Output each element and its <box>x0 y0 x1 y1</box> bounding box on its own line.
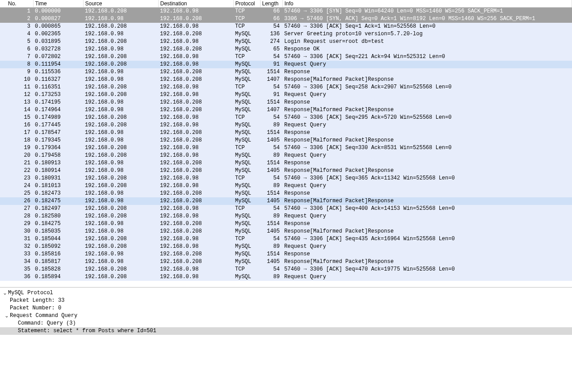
cell-destination: 192.168.0.98 <box>158 182 233 190</box>
chevron-down-icon[interactable]: ⌄ <box>4 313 10 319</box>
cell-no: 35 <box>8 266 33 273</box>
packet-row[interactable]: 240.181013192.168.0.208192.168.0.98MySQL… <box>0 182 572 190</box>
cell-info: 57460 → 3306 [ACK] Seq=470 Ack=19775 Win… <box>282 266 572 273</box>
packet-row[interactable]: 130.174195192.168.0.98192.168.0.208MySQL… <box>0 99 572 106</box>
packet-row[interactable]: 280.182580192.168.0.208192.168.0.98MySQL… <box>0 213 572 220</box>
row-margin <box>0 99 8 106</box>
packet-row[interactable]: 270.182497192.168.0.208192.168.0.98TCP54… <box>0 205 572 213</box>
packet-row[interactable]: 310.185044192.168.0.208192.168.0.98TCP54… <box>0 235 572 243</box>
packet-row[interactable]: 200.179458192.168.0.208192.168.0.98MySQL… <box>0 152 572 159</box>
cell-protocol: MySQL <box>233 61 260 68</box>
cell-destination: 192.168.0.98 <box>158 175 233 182</box>
tree-mysql-protocol[interactable]: ⌄ MySQL Protocol <box>0 289 572 297</box>
row-margin <box>0 129 8 137</box>
cell-info: Response <box>282 68 572 76</box>
packet-row[interactable]: 120.173253192.168.0.208192.168.0.98MySQL… <box>0 91 572 99</box>
column-destination[interactable]: Destination <box>158 0 233 8</box>
row-margin <box>0 182 8 190</box>
cell-source: 192.168.0.208 <box>83 114 158 121</box>
packet-row[interactable]: 330.185816192.168.0.98192.168.0.208MySQL… <box>0 250 572 258</box>
cell-info: Request Query <box>282 273 572 281</box>
packet-row[interactable]: 110.116351192.168.0.208192.168.0.98TCP54… <box>0 83 572 91</box>
packet-row[interactable]: 160.177445192.168.0.208192.168.0.98MySQL… <box>0 121 572 129</box>
packet-row[interactable]: 60.032728192.168.0.98192.168.0.208MySQL6… <box>0 46 572 53</box>
packet-row[interactable]: 30.000865192.168.0.208192.168.0.98TCP545… <box>0 23 572 30</box>
chevron-down-icon[interactable]: ⌄ <box>2 290 8 296</box>
tree-packet-length[interactable]: Packet Length: 33 <box>0 297 572 304</box>
packet-row[interactable]: 20.000827192.168.0.98192.168.0.208TCP663… <box>0 15 572 23</box>
cell-protocol: MySQL <box>233 167 260 175</box>
cell-destination: 192.168.0.98 <box>158 266 233 273</box>
row-margin <box>0 38 8 46</box>
packet-row[interactable]: 70.072802192.168.0.208192.168.0.98TCP545… <box>0 53 572 61</box>
cell-source: 192.168.0.208 <box>83 91 158 99</box>
cell-info: 57460 → 3306 [ACK] Seq=365 Ack=11342 Win… <box>282 175 572 182</box>
cell-info: 57460 → 3306 [ACK] Seq=221 Ack=94 Win=52… <box>282 53 572 61</box>
cell-destination: 192.168.0.98 <box>158 53 233 61</box>
cell-length: 1514 <box>260 250 282 258</box>
packet-row[interactable]: 300.185035192.168.0.98192.168.0.208MySQL… <box>0 228 572 235</box>
cell-destination: 192.168.0.98 <box>158 91 233 99</box>
tree-statement[interactable]: Statement: select * from Posts where Id=… <box>0 327 572 335</box>
packet-row[interactable]: 290.184275192.168.0.98192.168.0.208MySQL… <box>0 220 572 228</box>
packet-row[interactable]: 80.111954192.168.0.208192.168.0.98MySQL9… <box>0 61 572 68</box>
row-margin <box>0 144 8 152</box>
packet-row[interactable]: 210.180913192.168.0.98192.168.0.208MySQL… <box>0 159 572 167</box>
packet-row[interactable]: 260.182475192.168.0.98192.168.0.208MySQL… <box>0 197 572 205</box>
cell-protocol: MySQL <box>233 91 260 99</box>
packet-row[interactable]: 10.000000192.168.0.208192.168.0.98TCP665… <box>0 8 572 15</box>
column-source[interactable]: Source <box>83 0 158 8</box>
packet-row[interactable]: 190.179364192.168.0.208192.168.0.98TCP54… <box>0 144 572 152</box>
tree-request-command-query[interactable]: ⌄ Request Command Query <box>0 312 572 320</box>
packet-row[interactable]: 90.115536192.168.0.98192.168.0.208MySQL1… <box>0 68 572 76</box>
packet-row[interactable]: 320.185092192.168.0.208192.168.0.98MySQL… <box>0 243 572 250</box>
cell-no: 10 <box>8 76 33 83</box>
cell-length: 66 <box>260 8 282 15</box>
packet-list-table: No. Time Source Destination Protocol Len… <box>0 0 572 281</box>
packet-row[interactable]: 230.180931192.168.0.208192.168.0.98TCP54… <box>0 175 572 182</box>
packet-row[interactable]: 360.185894192.168.0.208192.168.0.98MySQL… <box>0 273 572 281</box>
packet-row[interactable]: 40.002365192.168.0.98192.168.0.208MySQL1… <box>0 30 572 38</box>
cell-protocol: MySQL <box>233 30 260 38</box>
column-no[interactable]: No. <box>8 0 33 8</box>
row-margin <box>0 235 8 243</box>
packet-row[interactable]: 50.031895192.168.0.208192.168.0.98MySQL2… <box>0 38 572 46</box>
cell-destination: 192.168.0.208 <box>158 220 233 228</box>
packet-row[interactable]: 340.185817192.168.0.98192.168.0.208MySQL… <box>0 258 572 266</box>
column-info[interactable]: Info <box>282 0 572 8</box>
packet-row[interactable]: 250.182473192.168.0.98192.168.0.208MySQL… <box>0 190 572 197</box>
cell-protocol: TCP <box>233 114 260 121</box>
cell-info: Response[Malformed Packet]Response <box>282 197 572 205</box>
cell-destination: 192.168.0.98 <box>158 121 233 129</box>
column-length[interactable]: Length <box>260 0 282 8</box>
cell-info: Response <box>282 190 572 197</box>
cell-no: 13 <box>8 99 33 106</box>
packet-row[interactable]: 150.174989192.168.0.208192.168.0.98TCP54… <box>0 114 572 121</box>
packet-row[interactable]: 180.179345192.168.0.98192.168.0.208MySQL… <box>0 137 572 144</box>
packet-row[interactable]: 350.185828192.168.0.208192.168.0.98TCP54… <box>0 266 572 273</box>
packet-list-header[interactable]: No. Time Source Destination Protocol Len… <box>0 0 572 8</box>
cell-destination: 192.168.0.208 <box>158 190 233 197</box>
cell-no: 27 <box>8 205 33 213</box>
cell-protocol: MySQL <box>233 38 260 46</box>
packet-row[interactable]: 140.174964192.168.0.98192.168.0.208MySQL… <box>0 106 572 114</box>
cell-length: 1407 <box>260 106 282 114</box>
row-margin <box>0 76 8 83</box>
column-protocol[interactable]: Protocol <box>233 0 260 8</box>
column-time[interactable]: Time <box>33 0 83 8</box>
cell-info: Response[Malformed Packet]Response <box>282 167 572 175</box>
tree-packet-number[interactable]: Packet Number: 0 <box>0 304 572 312</box>
cell-info: Request Query <box>282 243 572 250</box>
packet-row[interactable]: 100.116327192.168.0.98192.168.0.208MySQL… <box>0 76 572 83</box>
cell-length: 54 <box>260 266 282 273</box>
cell-no: 11 <box>8 83 33 91</box>
cell-source: 192.168.0.98 <box>83 137 158 144</box>
cell-info: Server Greeting proto=10 version=5.7.20-… <box>282 30 572 38</box>
packet-row[interactable]: 170.178547192.168.0.98192.168.0.208MySQL… <box>0 129 572 137</box>
cell-no: 28 <box>8 213 33 220</box>
row-margin <box>0 243 8 250</box>
tree-command[interactable]: Command: Query (3) <box>0 320 572 327</box>
cell-info: Response <box>282 250 572 258</box>
packet-row[interactable]: 220.180914192.168.0.98192.168.0.208MySQL… <box>0 167 572 175</box>
cell-source: 192.168.0.208 <box>83 235 158 243</box>
